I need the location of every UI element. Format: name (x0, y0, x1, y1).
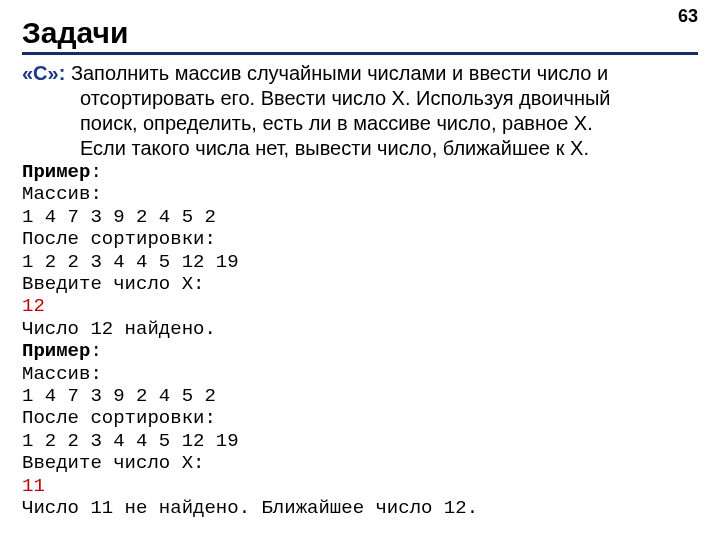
task-description: «C»: Заполнить массив случайными числами… (22, 61, 698, 161)
example-1-result: Число 12 найдено. (22, 318, 216, 340)
task-line-2: отсортировать его. Ввести число X. Испол… (22, 86, 698, 111)
page-number: 63 (678, 6, 698, 27)
task-line-3: поиск, определить, есть ли в массиве чис… (22, 111, 698, 136)
example-2: Пример: Массив: 1 4 7 3 9 2 4 5 2 После … (22, 340, 698, 519)
example-1-x-value: 12 (22, 295, 45, 317)
example-2-prompt: Введите число X: (22, 452, 204, 474)
example-1-colon: : (90, 161, 101, 183)
example-2-colon: : (90, 340, 101, 362)
example-2-array-label: Массив: (22, 363, 102, 385)
example-2-x-value: 11 (22, 475, 45, 497)
level-c-label: «C»: (22, 62, 65, 84)
page-title: Задачи (22, 16, 698, 50)
example-2-header: Пример (22, 340, 90, 362)
example-1: Пример: Массив: 1 4 7 3 9 2 4 5 2 После … (22, 161, 698, 340)
example-1-sorted-values: 1 2 2 3 4 4 5 12 19 (22, 251, 239, 273)
example-1-sorted-label: После сортировки: (22, 228, 216, 250)
task-line-4: Если такого числа нет, вывести число, бл… (22, 136, 698, 161)
example-1-array-values: 1 4 7 3 9 2 4 5 2 (22, 206, 216, 228)
example-2-array-values: 1 4 7 3 9 2 4 5 2 (22, 385, 216, 407)
slide-page: 63 Задачи «C»: Заполнить массив случайны… (0, 0, 720, 540)
example-1-header: Пример (22, 161, 90, 183)
example-1-prompt: Введите число X: (22, 273, 204, 295)
example-1-array-label: Массив: (22, 183, 102, 205)
title-underline (22, 52, 698, 55)
example-2-sorted-values: 1 2 2 3 4 4 5 12 19 (22, 430, 239, 452)
task-line-1: Заполнить массив случайными числами и вв… (65, 62, 608, 84)
example-2-result: Число 11 не найдено. Ближайшее число 12. (22, 497, 478, 519)
example-2-sorted-label: После сортировки: (22, 407, 216, 429)
